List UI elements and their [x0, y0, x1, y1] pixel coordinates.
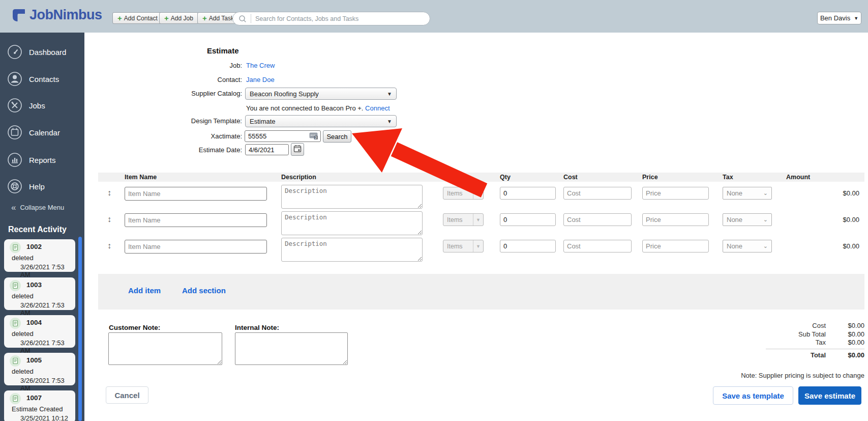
- supplier-catalog-label: Supplier Catalog:: [161, 90, 242, 97]
- uom-value: Items: [447, 243, 463, 250]
- beacon-connect-link[interactable]: Connect: [365, 104, 390, 112]
- xactimate-search-button[interactable]: Search: [323, 130, 351, 143]
- add-contact-label: Add Contact: [124, 15, 158, 22]
- item-name-input[interactable]: [125, 240, 267, 254]
- activity-card[interactable]: 1005 deleted 3/26/2021 7:53 AM: [4, 353, 75, 385]
- chevron-down-icon: ▼: [387, 91, 392, 97]
- bar-chart-icon: [7, 152, 22, 167]
- add-actions-band: Add item Add section: [98, 274, 864, 310]
- tax-value: None: [727, 242, 742, 250]
- uom-value: Items: [447, 190, 463, 197]
- customer-note-textarea[interactable]: [108, 332, 222, 365]
- internal-note-textarea[interactable]: [235, 332, 348, 365]
- totals-divider: [766, 349, 864, 349]
- totals-subtotal-value: $0.00: [803, 330, 864, 338]
- drag-handle-icon[interactable]: ↕: [107, 241, 111, 250]
- qty-input[interactable]: [500, 213, 556, 226]
- sidebar-item-reports[interactable]: Reports: [7, 152, 56, 167]
- document-icon: [10, 280, 21, 291]
- item-description-textarea[interactable]: [281, 211, 423, 235]
- internal-note-label: Internal Note:: [235, 324, 279, 331]
- add-item-link[interactable]: Add item: [128, 286, 161, 295]
- contact-link[interactable]: Jane Doe: [246, 76, 275, 83]
- col-uom: UoMi: [443, 174, 466, 181]
- uom-select[interactable]: Items ▼: [443, 187, 484, 200]
- chevron-down-icon: ▼: [387, 119, 392, 124]
- sidebar-item-dashboard[interactable]: Dashboard: [7, 44, 66, 60]
- item-description-textarea[interactable]: [281, 185, 423, 209]
- job-link[interactable]: The Crew: [246, 62, 275, 69]
- chevron-down-icon: ⌄: [763, 216, 768, 223]
- col-amount: Amount: [786, 174, 810, 181]
- qty-input[interactable]: [500, 240, 556, 252]
- cost-input[interactable]: [563, 240, 632, 252]
- activity-card[interactable]: 1003 deleted 3/26/2021 7:53 AM: [4, 277, 75, 310]
- calendar-icon: [293, 145, 302, 153]
- amount-value: $0.00: [843, 189, 859, 197]
- contact-label: Contact:: [161, 76, 242, 83]
- price-input[interactable]: [642, 213, 709, 226]
- plus-icon: +: [202, 14, 207, 22]
- amount-value: $0.00: [843, 242, 859, 250]
- info-icon[interactable]: i: [459, 174, 466, 181]
- item-name-input[interactable]: [125, 187, 267, 201]
- activity-timestamp: 3/26/2021 7:53 AM: [20, 301, 75, 317]
- item-row: ↕ Items ▼ None ⌄ $0.00: [98, 237, 864, 263]
- search-input[interactable]: [255, 15, 425, 22]
- customer-note-label: Customer Note:: [109, 324, 160, 331]
- activity-card[interactable]: 1002 deleted 3/26/2021 7:53 AM: [4, 239, 75, 272]
- cost-input[interactable]: [563, 187, 632, 200]
- estimate-page: Estimate Job: The Crew Contact: Jane Doe…: [84, 33, 868, 421]
- design-template-select[interactable]: Estimate ▼: [245, 115, 397, 127]
- jobnimbus-logo[interactable]: JobNimbus: [11, 7, 102, 23]
- life-ring-icon: [7, 179, 22, 194]
- estimate-date-label: Estimate Date:: [161, 146, 242, 154]
- chevron-down-icon: ⌄: [763, 243, 768, 249]
- tax-select[interactable]: None ⌄: [723, 240, 772, 252]
- activity-card[interactable]: 1007 Estimate Created 3/25/2021 10:12 AM: [4, 390, 75, 421]
- price-input[interactable]: [642, 240, 709, 252]
- sidebar-item-help[interactable]: Help: [7, 179, 45, 194]
- item-row: ↕ Items ▼ None ⌄ $0.00: [98, 184, 864, 210]
- activity-status: deleted: [12, 292, 34, 300]
- page-title: Estimate: [207, 46, 239, 55]
- chevron-down-icon: ▼: [473, 214, 483, 226]
- tax-select[interactable]: None ⌄: [723, 187, 772, 200]
- estimate-date-input[interactable]: [245, 144, 289, 155]
- sidebar-item-label: Dashboard: [29, 48, 66, 57]
- xactimate-label: Xactimate:: [161, 132, 242, 140]
- save-estimate-button[interactable]: Save estimate: [798, 386, 861, 405]
- tax-select[interactable]: None ⌄: [723, 213, 772, 226]
- add-contact-button[interactable]: + Add Contact: [112, 12, 163, 24]
- tools-icon: [7, 98, 22, 113]
- user-menu-button[interactable]: Ben Davis ▼: [817, 12, 861, 24]
- drag-handle-icon[interactable]: ↕: [107, 215, 111, 224]
- jobnimbus-app: JobNimbus + Add Contact + Add Job + Add …: [0, 0, 868, 421]
- price-input[interactable]: [642, 187, 709, 200]
- item-description-textarea[interactable]: [281, 238, 423, 262]
- uom-select[interactable]: Items ▼: [443, 213, 484, 226]
- sidebar-item-label: Reports: [29, 156, 56, 164]
- drag-handle-icon[interactable]: ↕: [107, 188, 111, 198]
- sidebar-scrollbar[interactable]: [78, 237, 82, 421]
- date-picker-button[interactable]: [291, 143, 304, 156]
- save-as-template-button[interactable]: Save as template: [713, 386, 793, 405]
- cost-input[interactable]: [563, 213, 632, 226]
- sidebar-item-contacts[interactable]: Contacts: [7, 71, 59, 87]
- add-section-link[interactable]: Add section: [182, 286, 226, 295]
- qty-input[interactable]: [500, 187, 556, 200]
- add-job-button[interactable]: + Add Job: [159, 12, 198, 24]
- activity-card[interactable]: 1004 deleted 3/26/2021 7:53 AM: [4, 315, 75, 348]
- sidebar-item-jobs[interactable]: Jobs: [7, 98, 45, 113]
- recent-activity-title: Recent Activity: [8, 225, 67, 234]
- supplier-catalog-select[interactable]: Beacon Roofing Supply ▼: [245, 88, 397, 100]
- user-name-label: Ben Davis: [820, 14, 850, 22]
- col-uom-label: UoM: [443, 174, 457, 181]
- cancel-button[interactable]: Cancel: [106, 386, 148, 404]
- chevron-down-icon: ▼: [473, 240, 483, 252]
- item-name-input[interactable]: [125, 213, 267, 227]
- supplier-catalog-value: Beacon Roofing Supply: [250, 90, 319, 98]
- collapse-menu-button[interactable]: « Collapse Menu: [11, 202, 64, 213]
- sidebar-item-calendar[interactable]: Calendar: [7, 125, 60, 140]
- uom-select[interactable]: Items ▼: [443, 240, 484, 252]
